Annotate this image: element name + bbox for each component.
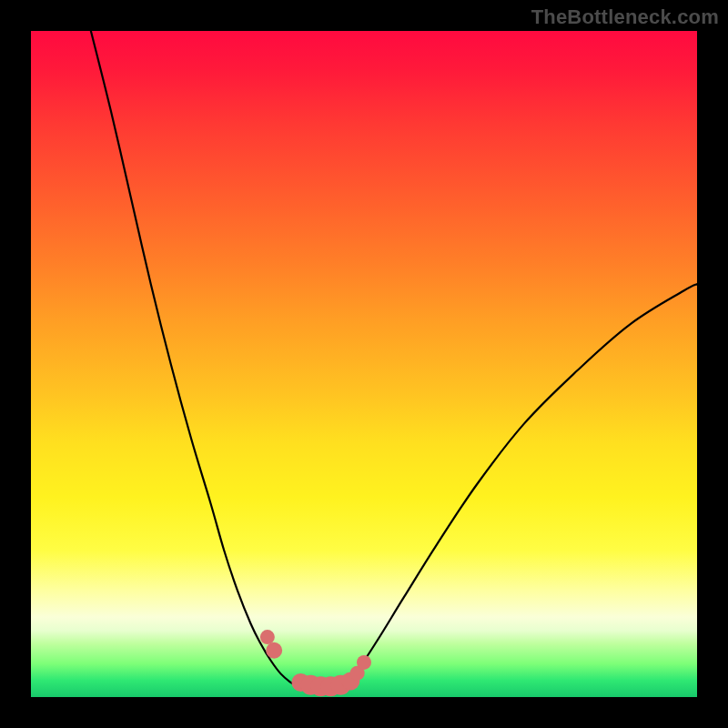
highlight-marker bbox=[357, 655, 371, 670]
watermark-text: TheBottleneck.com bbox=[531, 5, 719, 29]
marker-group bbox=[260, 630, 371, 696]
plot-area bbox=[31, 31, 697, 697]
bottleneck-curve bbox=[91, 31, 697, 691]
chart-svg bbox=[31, 31, 697, 697]
highlight-marker bbox=[260, 630, 275, 644]
chart-frame: TheBottleneck.com bbox=[0, 0, 728, 728]
highlight-marker bbox=[266, 642, 282, 659]
